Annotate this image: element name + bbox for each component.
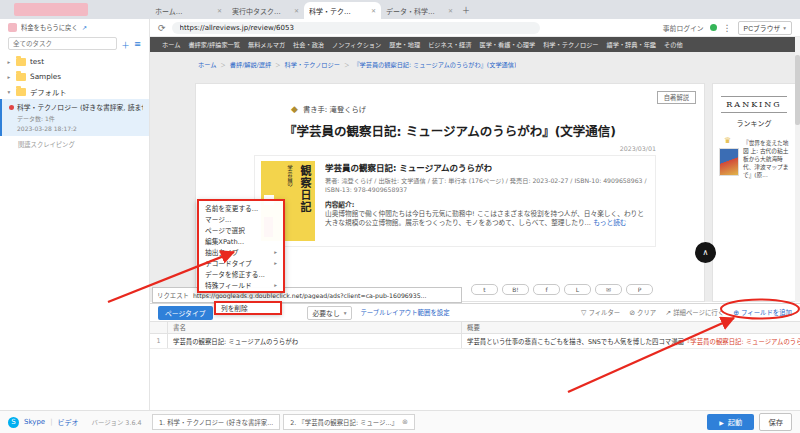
- folder-label: Samples: [30, 72, 61, 81]
- task-search-row: ＋ ≡: [0, 35, 149, 54]
- site-nav-newsletter[interactable]: 無料メルマガ: [248, 40, 285, 49]
- paging-select[interactable]: 必要なし ▾: [307, 306, 353, 320]
- site-nav-language[interactable]: 語学・辞典・年鑑: [607, 40, 657, 49]
- device-mode-button[interactable]: PCブラウザ ▾: [738, 21, 792, 35]
- sidebar-folder-samples[interactable]: ▸ Samples: [0, 69, 149, 84]
- site-nav-business[interactable]: ビジネス・経済: [428, 40, 471, 49]
- page-type-button[interactable]: ページタイプ: [158, 306, 213, 320]
- read-more-link[interactable]: もっと読む: [593, 219, 626, 227]
- caret-down-icon: ▾: [344, 310, 347, 316]
- ranking-book-title[interactable]: 『世界を変えた地図 上: 古代の粘土板から大航海時代、津波マップまで』(原...: [743, 140, 790, 180]
- skype-link[interactable]: Skype: [24, 418, 45, 426]
- chevron-down-icon[interactable]: ▾: [6, 89, 12, 95]
- field-table-row[interactable]: 1 学芸員の観察日記: ミュージアムのうらがわ 学芸員という仕事の悲喜こもごもを…: [150, 334, 800, 349]
- row-title-cell[interactable]: 学芸員の観察日記: ミュージアムのうらがわ: [168, 334, 462, 348]
- tab-science-tech[interactable]: 科学・テク... ✕: [304, 2, 381, 19]
- upgrade-note[interactable]: 料金をもらうに戻く: [21, 23, 78, 32]
- book-title[interactable]: 学芸員の観察日記: ミュージアムのうらがわ: [325, 161, 649, 173]
- menu-item-extract-type[interactable]: 抽出タイプ ▸: [199, 246, 283, 257]
- bottom-tab-page[interactable]: 2. 『学芸員の観察日記: ミュージ...』 ⊗: [283, 414, 415, 430]
- chevron-right-icon[interactable]: ▸: [6, 59, 12, 65]
- refresh-icon[interactable]: ⟳: [158, 23, 166, 33]
- goto-detail-label: 詳細ページに行く: [673, 308, 724, 317]
- save-button[interactable]: 保存: [759, 413, 792, 431]
- close-icon[interactable]: ✕: [371, 7, 376, 14]
- task-sidebar: 料金をもらうに戻く ↗ ＋ ≡ ▸ test ▸ Samples ▾ デフォルト…: [0, 19, 150, 410]
- layout-range-link[interactable]: テーブルレイアウト範囲を設定: [360, 308, 449, 317]
- list-menu-icon[interactable]: ≡: [134, 39, 141, 49]
- close-icon[interactable]: ✕: [217, 7, 222, 14]
- clear-icon: ⊘: [629, 309, 635, 317]
- task-data-count: データ数: 1件: [9, 114, 143, 123]
- task-search-input[interactable]: [8, 37, 117, 50]
- breadcrumb-home[interactable]: ホーム: [198, 61, 216, 68]
- skype-icon[interactable]: S: [8, 417, 19, 428]
- header-summary-column[interactable]: 概要: [462, 322, 800, 333]
- pre-login-label[interactable]: 事前ログイン: [663, 23, 704, 33]
- menu-item-special-field[interactable]: 特殊フィールド ▸: [199, 279, 283, 290]
- share-facebook-button[interactable]: f: [533, 284, 560, 295]
- clear-button[interactable]: ⊘ クリア: [629, 308, 656, 317]
- header-title-column[interactable]: 書名: [168, 322, 462, 333]
- summary-plain-text: 学芸員という仕事の悲喜こもごもを描き、SNSでも人気を博した四コマ漫画: [467, 337, 684, 346]
- video-link[interactable]: ビデオ: [58, 417, 79, 427]
- chevron-right-icon[interactable]: ▸: [6, 74, 12, 80]
- site-nav-reviewers[interactable]: 書評家/評論家一覧: [188, 40, 240, 49]
- more-icon[interactable]: ⋮: [723, 23, 732, 33]
- share-line-button[interactable]: L: [564, 284, 591, 295]
- breadcrumb-reviews[interactable]: 書評/解説/選評: [230, 61, 271, 68]
- menu-item-decode-type[interactable]: デコードタイプ ▸: [199, 257, 283, 268]
- share-pocket-button[interactable]: P: [626, 284, 653, 295]
- related-scraping-link[interactable]: 関連スクレイピング: [0, 136, 149, 149]
- site-nav-history[interactable]: 歴史・地理: [389, 40, 420, 49]
- site-nav-other[interactable]: その他: [664, 40, 683, 49]
- menu-item-delete-column[interactable]: 列を削除: [214, 301, 282, 315]
- breadcrumb: ホーム ＞ 書評/解説/選評 ＞ 科学・テクノロジー ＞ 『学芸員の観察日記: …: [198, 60, 516, 69]
- new-tab-button[interactable]: ＋: [458, 2, 474, 19]
- tab-data-science[interactable]: データ・科学... ✕: [381, 2, 458, 19]
- menu-item-merge[interactable]: マージ...: [199, 213, 283, 224]
- intro-label: 内容紹介:: [325, 199, 649, 209]
- sidebar-folder-test[interactable]: ▸ test: [0, 54, 149, 69]
- menu-item-modify-data[interactable]: データを修正する...: [199, 268, 283, 279]
- caret-down-icon: ▾: [783, 25, 786, 31]
- add-task-icon[interactable]: ＋: [121, 38, 130, 50]
- bottom-tab-task[interactable]: 1. 科学・テクノロジー (好きな書評家...: [152, 414, 280, 430]
- goto-detail-button[interactable]: ↗ 詳細ページに行く: [665, 308, 724, 317]
- browser-tabs: ホーム... ✕ 実行中タスク... ✕ 科学・テク... ✕ データ・科学..…: [150, 0, 474, 19]
- site-nav-home[interactable]: ホーム: [162, 40, 180, 49]
- tab-home[interactable]: ホーム... ✕: [150, 2, 227, 19]
- scroll-to-top-button[interactable]: ∧: [695, 242, 716, 263]
- ranking-item[interactable]: ♛ 『世界を変えた地図 上: 古代の粘土板から大航海時代、津波マップまで』(原.…: [718, 140, 790, 180]
- menu-item-rename[interactable]: 名前を変更する...: [199, 202, 283, 213]
- book-meta: 著者: 滝登くらげ / 出版社: 文学通信 / 装丁: 単行本 (176ページ)…: [325, 176, 649, 195]
- tab-running-tasks[interactable]: 実行中タスク... ✕: [227, 2, 304, 19]
- site-nav-medical[interactable]: 医学・看護・心理学: [480, 40, 536, 49]
- share-mail-button[interactable]: ✉: [595, 284, 622, 295]
- close-icon[interactable]: ✕: [294, 7, 299, 14]
- sidebar-folder-default[interactable]: ▾ デフォルト: [0, 84, 149, 99]
- breadcrumb-category[interactable]: 科学・テクノロジー: [285, 61, 340, 68]
- site-nav-society[interactable]: 社会・政治: [293, 40, 324, 49]
- task-item-selected[interactable]: 科学・テクノロジー (好きな書評家, 読ませ... データ数: 1件 2023-…: [0, 99, 149, 136]
- add-field-button[interactable]: ⊕ フィールドを追加: [733, 308, 792, 317]
- share-hatena-button[interactable]: B!: [502, 284, 529, 295]
- writer-name[interactable]: 書き手: 滝登くらげ: [303, 104, 366, 114]
- close-icon[interactable]: ✕: [448, 7, 453, 14]
- scrollbar-thumb[interactable]: [795, 55, 800, 125]
- run-button[interactable]: ▶ 起動: [707, 414, 754, 430]
- tab-label: 科学・テク...: [309, 6, 368, 16]
- page-scrollbar[interactable]: [795, 37, 800, 302]
- site-nav-science[interactable]: 科学・テクノロジー: [543, 40, 598, 49]
- bottom-tab-label: 1. 科学・テクノロジー (好きな書評家...: [159, 418, 273, 427]
- menu-item-edit-xpath[interactable]: 編集XPath...: [199, 235, 283, 246]
- site-nav-nonfiction[interactable]: ノンフィクション: [332, 40, 381, 49]
- menu-item-select-on-page[interactable]: ページで選択: [199, 224, 283, 235]
- filter-button[interactable]: ▽ フィルター: [581, 308, 620, 317]
- url-input[interactable]: [172, 22, 540, 34]
- close-circle-icon[interactable]: ⊗: [402, 418, 408, 426]
- row-summary-cell[interactable]: 学芸員という仕事の悲喜こもごもを描き、SNSでも人気を博した四コマ漫画 『学芸員…: [462, 334, 800, 348]
- unread-dot-badge: [9, 105, 14, 110]
- share-twitter-button[interactable]: t: [471, 284, 498, 295]
- external-icon[interactable]: ↗: [82, 24, 87, 31]
